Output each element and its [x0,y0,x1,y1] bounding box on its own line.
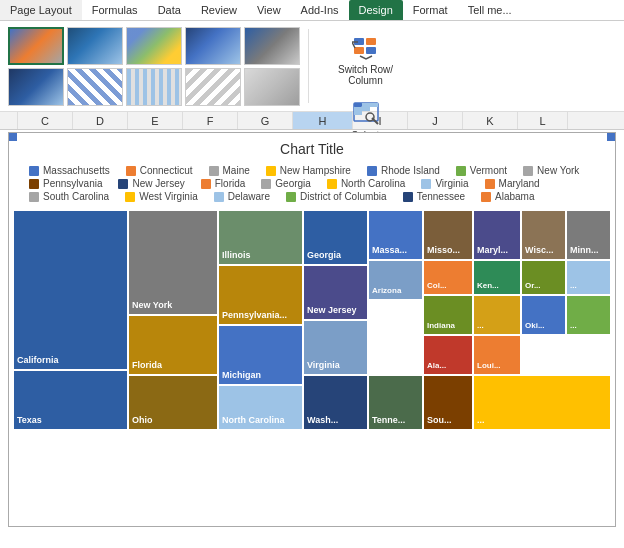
treemap-cell-25[interactable]: Or... [521,260,566,295]
treemap-cell-13[interactable]: Massa... [368,210,423,260]
resize-handle-tr[interactable] [607,133,615,141]
legend-item-connecticut: Connecticut [126,165,193,176]
chart-legend: Massachusetts Connecticut Maine New Hamp… [9,161,615,206]
col-g: G [238,112,293,129]
treemap-cell-label-21: Maryl... [477,245,508,256]
treemap-cell-10[interactable]: New Jersey [303,265,368,320]
tab-design[interactable]: Design [349,0,403,20]
treemap-cell-label-1: Texas [17,415,42,426]
chart-style-10[interactable] [244,68,300,106]
legend-color-pennsylvania [29,179,39,189]
legend-label-pennsylvania: Pennsylvania [43,178,102,189]
legend-item-delaware: Delaware [214,191,270,202]
treemap-cell-label-6: Pennsylvania... [222,310,287,321]
treemap-cell-11[interactable]: Virginia [303,320,368,375]
chart-style-3[interactable] [126,27,182,65]
legend-color-maine [209,166,219,176]
chart-style-4[interactable] [185,27,241,65]
treemap-cell-28[interactable]: Loui... [473,335,521,375]
treemap-cell-label-25: Or... [525,281,541,291]
treemap-cell-label-24: Wisc... [525,245,553,256]
chart-style-1[interactable] [8,27,64,65]
legend-color-new-hampshire [266,166,276,176]
legend-label-south-carolina: South Carolina [43,191,109,202]
treemap-cell-label-12: Wash... [307,415,338,426]
legend-color-georgia [261,179,271,189]
treemap-cell-18[interactable]: Indiana [423,295,473,335]
treemap-cell-14[interactable]: Arizona [368,260,423,300]
legend-item-vermont: Vermont [456,165,507,176]
legend-item-new-york: New York [523,165,579,176]
chart-style-2[interactable] [67,27,123,65]
chart-style-6[interactable] [8,68,64,106]
tab-data[interactable]: Data [148,0,191,20]
tab-tell-me[interactable]: Tell me... [458,0,522,20]
treemap-cell-label-16: Misso... [427,245,460,256]
treemap-cell-30[interactable]: ... [566,295,611,335]
treemap-cell-5[interactable]: Illinois [218,210,303,265]
treemap-cell-17[interactable]: Col... [423,260,473,295]
treemap-cell-24[interactable]: Wisc... [521,210,566,260]
tab-view[interactable]: View [247,0,291,20]
treemap-cell-label-4: Ohio [132,415,153,426]
treemap-cell-23[interactable]: ... [473,295,521,335]
treemap-cell-15[interactable]: Tenne... [368,375,423,430]
legend-color-alabama [481,192,491,202]
resize-handle-tl[interactable] [9,133,17,141]
treemap-cell-label-23: ... [477,321,484,331]
tab-review[interactable]: Review [191,0,247,20]
treemap-cell-4[interactable]: Ohio [128,375,218,430]
col-c: C [18,112,73,129]
treemap-cell-label-5: Illinois [222,250,251,261]
treemap-cell-29[interactable]: ... [566,260,611,295]
chart-style-8[interactable] [126,68,182,106]
legend-item-north-carolina: North Carolina [327,178,405,189]
chart-style-7[interactable] [67,68,123,106]
treemap-cell-3[interactable]: Florida [128,315,218,375]
treemap-cell-19[interactable]: Ala... [423,335,473,375]
treemap-cell-1[interactable]: Texas [13,370,128,430]
switch-row-column-button[interactable]: Switch Row/Column [329,29,402,91]
treemap-cell-27[interactable]: Minn... [566,210,611,260]
tab-page-layout[interactable]: Page Layout [0,0,82,20]
col-j: J [408,112,463,129]
treemap-cell-12[interactable]: Wash... [303,375,368,430]
chart-style-5[interactable] [244,27,300,65]
legend-color-virginia [421,179,431,189]
treemap-cell-label-9: Georgia [307,250,341,261]
treemap-cell-label-8: North Carolina [222,415,285,426]
legend-item-maryland: Maryland [485,178,540,189]
treemap-cell-label-20: Sou... [427,415,452,426]
treemap-cell-31[interactable]: ... [473,375,611,430]
ribbon-actions: Switch Row/Column Sel [317,25,414,107]
tab-format[interactable]: Format [403,0,458,20]
treemap-cell-label-17: Col... [427,281,447,291]
legend-label-tennessee: Tennessee [417,191,465,202]
chart-container: Chart Title Massachusetts Connecticut Ma… [8,132,616,527]
treemap-cell-9[interactable]: Georgia [303,210,368,265]
legend-item-massachusetts: Massachusetts [29,165,110,176]
chart-title: Chart Title [9,133,615,161]
treemap-cell-0[interactable]: California [13,210,128,370]
treemap-cell-7[interactable]: Michigan [218,325,303,385]
legend-item-maine: Maine [209,165,250,176]
treemap-cell-22[interactable]: Ken... [473,260,521,295]
treemap-cell-6[interactable]: Pennsylvania... [218,265,303,325]
treemap-cell-16[interactable]: Misso... [423,210,473,260]
tab-formulas[interactable]: Formulas [82,0,148,20]
treemap-cell-label-31: ... [477,415,485,426]
legend-item-tennessee: Tennessee [403,191,465,202]
treemap-cell-8[interactable]: North Carolina [218,385,303,430]
legend-label-new-hampshire: New Hampshire [280,165,351,176]
legend-color-rhode-island [367,166,377,176]
legend-label-north-carolina: North Carolina [341,178,405,189]
treemap-cell-20[interactable]: Sou... [423,375,473,430]
tab-addins[interactable]: Add-Ins [291,0,349,20]
svg-rect-1 [354,47,364,54]
chart-style-9[interactable] [185,68,241,106]
col-d: D [73,112,128,129]
treemap-cell-26[interactable]: Oki... [521,295,566,335]
treemap-cell-21[interactable]: Maryl... [473,210,521,260]
svg-rect-7 [370,103,378,107]
treemap-cell-2[interactable]: New York [128,210,218,315]
